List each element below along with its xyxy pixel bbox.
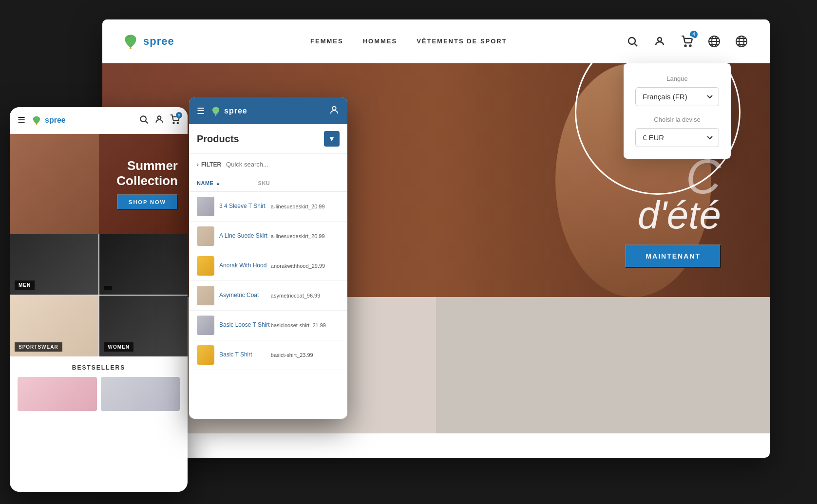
desktop-logo-text: spree	[143, 35, 174, 48]
product-thumb-image	[197, 316, 214, 335]
svg-line-20	[146, 121, 148, 124]
mobile-cart-button[interactable]: 0	[170, 114, 180, 126]
mobile-cat-women-label: WOMEN	[104, 342, 133, 352]
svg-point-22	[173, 122, 174, 124]
search-button[interactable]	[624, 33, 641, 50]
admin-products-list: 3 4 Sleeve T Shirt a-linesuedeskirt_20.9…	[189, 192, 347, 370]
mobile-cta-button[interactable]: SHOP NOW	[117, 194, 178, 210]
globe-active-icon	[735, 35, 748, 48]
table-row[interactable]: 3 4 Sleeve T Shirt a-linesuedeskirt_20.9…	[189, 192, 347, 222]
mobile-cat-sportswear[interactable]: SPORTSWEAR	[10, 296, 98, 356]
language-globe-button[interactable]	[705, 33, 723, 50]
product-thumbnail	[197, 316, 214, 335]
product-name: 3 4 Sleeve T Shirt	[219, 203, 271, 210]
desktop-menu: FEMMES HOMMES VÊTEMENTS DE SPORT	[194, 37, 624, 45]
table-row[interactable]: Basic T Shirt basict-shirt_23.99	[189, 340, 347, 370]
admin-panel: ☰ spree Products ▼ › FILTER NAME	[189, 97, 347, 419]
admin-navbar: ☰ spree	[189, 97, 347, 124]
admin-logo-icon	[210, 106, 221, 116]
language-select[interactable]: Français (FR) English (EN) Deutsch (DE) …	[635, 87, 719, 106]
product-name: A Line Suede Skirt	[219, 232, 271, 240]
admin-products-dropdown[interactable]: ▼	[324, 131, 340, 147]
product-name: Basic Loose T Shirt	[219, 321, 271, 329]
svg-point-19	[140, 116, 146, 122]
product-thumb-image	[197, 286, 214, 305]
mobile-hero-text: Summer Collection SHOP NOW	[116, 158, 178, 209]
mobile-browser: ☰ spree	[10, 107, 188, 492]
admin-filter-bar: › FILTER	[189, 154, 347, 175]
globe-icon	[707, 35, 721, 48]
product-thumbnail	[197, 256, 214, 276]
admin-products-title: Products	[197, 133, 324, 145]
product-sku: basiclooset-shirt_21.99	[271, 322, 340, 328]
mobile-hero: Summer Collection SHOP NOW	[10, 134, 188, 234]
admin-search-input[interactable]	[226, 159, 340, 170]
admin-logo-text: spree	[224, 107, 247, 115]
admin-user-icon	[329, 105, 340, 115]
hero-cta-button[interactable]: MAINTENANT	[625, 244, 721, 268]
svg-point-21	[158, 116, 161, 119]
lower-right-image	[436, 297, 770, 433]
product-thumbnail	[197, 226, 214, 246]
product-thumb-image	[197, 345, 214, 365]
mobile-product-thumb-1[interactable]	[18, 377, 97, 411]
spree-logo-icon	[122, 33, 139, 50]
admin-filter-button[interactable]: › FILTER	[197, 161, 221, 168]
table-row[interactable]: Anorak With Hood anorakwithhood_29.99	[189, 251, 347, 281]
mobile-logo[interactable]: spree	[31, 115, 139, 126]
mobile-cart-badge: 0	[176, 112, 182, 118]
sort-icon: ▲	[215, 181, 220, 186]
currency-globe-button[interactable]	[733, 33, 750, 50]
mobile-product-thumb-2[interactable]	[101, 377, 180, 411]
user-icon	[654, 36, 665, 47]
svg-point-2	[628, 37, 635, 44]
mobile-search-button[interactable]	[139, 114, 149, 126]
langue-label: Langue	[635, 75, 719, 82]
product-sku: a-linesuedeskirt_20.99	[271, 204, 340, 209]
mobile-logo-text: spree	[45, 116, 66, 125]
mobile-product-grid	[18, 377, 180, 411]
menu-item-femmes[interactable]: FEMMES	[310, 37, 343, 45]
account-button[interactable]	[651, 33, 668, 50]
desktop-navbar: spree FEMMES HOMMES VÊTEMENTS DE SPORT	[102, 19, 770, 63]
mobile-bestsellers-section: BESTSELLERS	[10, 356, 188, 419]
product-thumb-image	[197, 226, 214, 246]
mobile-cat-men[interactable]: MEN	[10, 234, 98, 295]
admin-products-header: Products ▼	[189, 124, 347, 154]
search-icon	[627, 36, 638, 47]
table-row[interactable]: A Line Suede Skirt a-linesuedeskirt_20.9…	[189, 222, 347, 251]
mobile-cat-women-img[interactable]	[99, 234, 188, 295]
col-header-name[interactable]: NAME ▲	[197, 180, 258, 186]
admin-table-header: NAME ▲ SKU	[189, 175, 347, 192]
cart-button[interactable]: 4	[678, 33, 696, 50]
mobile-hero-title: Summer Collection	[116, 158, 178, 188]
mobile-hero-bg	[10, 134, 99, 234]
menu-item-hommes[interactable]: HOMMES	[363, 37, 398, 45]
svg-point-6	[690, 45, 691, 46]
currency-select[interactable]: € EUR $ USD £ GBP ¥ JPY	[635, 128, 719, 147]
product-thumbnail	[197, 345, 214, 365]
product-name: Basic T Shirt	[219, 351, 271, 359]
col-header-sku[interactable]: SKU	[258, 180, 340, 186]
admin-logo[interactable]: spree	[210, 106, 329, 116]
menu-item-sport[interactable]: VÊTEMENTS DE SPORT	[417, 37, 507, 45]
product-thumbnail	[197, 286, 214, 305]
mobile-nav-icons: 0	[139, 114, 180, 126]
mobile-cat-women[interactable]: WOMEN	[99, 296, 188, 356]
product-name: Asymetric Coat	[219, 292, 271, 299]
table-row[interactable]: Basic Loose T Shirt basiclooset-shirt_21…	[189, 311, 347, 340]
product-thumb-image	[197, 256, 214, 276]
mobile-user-icon	[154, 114, 164, 124]
mobile-account-button[interactable]	[154, 114, 164, 126]
svg-line-3	[635, 43, 638, 46]
desktop-logo[interactable]: spree	[122, 33, 174, 50]
svg-point-23	[177, 122, 179, 124]
admin-user-button[interactable]	[329, 105, 340, 117]
devise-label: Choisir la devise	[635, 116, 719, 123]
product-thumb-image	[197, 197, 214, 216]
svg-point-24	[215, 114, 216, 115]
table-row[interactable]: Asymetric Coat asymetriccoat_96.99	[189, 281, 347, 311]
mobile-hamburger-button[interactable]: ☰	[18, 115, 25, 126]
mobile-search-icon	[139, 114, 149, 124]
admin-hamburger-button[interactable]: ☰	[197, 106, 205, 116]
